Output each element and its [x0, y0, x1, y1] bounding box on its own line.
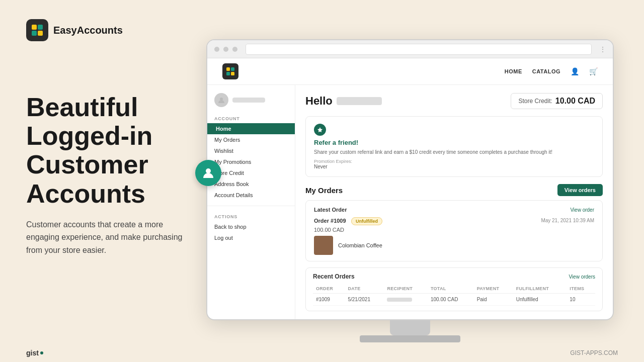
svg-rect-2: [32, 31, 37, 36]
sidebar-avatar-row: [207, 93, 295, 113]
my-orders-header: My Orders View orders: [305, 184, 603, 196]
main-content: Hello Store Credit: 10.00 CAD: [295, 85, 613, 319]
row-date: 5/21/2021: [345, 294, 384, 306]
site-nav: HOME CATALOG 👤 🛒: [505, 67, 598, 75]
sidebar-item-back-to-shop[interactable]: Back to shop: [207, 221, 295, 232]
col-items: ITEMS: [567, 284, 595, 294]
sidebar-item-my-promotions[interactable]: My Promotions: [207, 156, 295, 167]
orders-table: ORDER DATE RECIPIENT TOTAL PAYMENT FULFI…: [313, 284, 595, 306]
avatar: [214, 93, 228, 107]
nav-user-icon[interactable]: 👤: [571, 67, 579, 75]
referral-title: Refer a friend!: [314, 139, 594, 146]
col-date: DATE: [345, 284, 384, 294]
svg-rect-5: [226, 67, 230, 71]
order-num-status: Order #1009 Unfulfilled: [314, 216, 382, 225]
browser-icons: ⋮: [600, 46, 606, 53]
svg-rect-1: [38, 25, 43, 30]
referral-expiry-label: Promotion Expires:: [314, 159, 594, 164]
svg-point-4: [206, 168, 211, 173]
greeting: Hello: [305, 95, 382, 108]
col-total: TOTAL: [428, 284, 474, 294]
site-content: ACCOUNT Home My Orders Wishlist My Promo…: [207, 85, 613, 319]
recent-orders-card: Recent Orders View orders ORDER DATE REC…: [305, 267, 603, 311]
recent-orders-header: Recent Orders View orders: [313, 273, 595, 280]
app-name: EasyAccounts: [53, 25, 123, 36]
col-payment: PAYMENT: [474, 284, 513, 294]
view-order-link[interactable]: View order: [570, 207, 594, 213]
product-name: Colombian Coffee: [338, 242, 382, 248]
user-name-placeholder: [337, 97, 382, 105]
row-items: 10: [567, 294, 595, 306]
marketing-body: Customer accounts that create a more eng…: [26, 218, 197, 257]
row-fulfillment: Unfulfilled: [513, 294, 567, 306]
order-number: Order #1009: [314, 218, 346, 224]
site-header: HOME CATALOG 👤 🛒: [207, 58, 613, 85]
svg-rect-7: [226, 72, 230, 75]
gist-dot: [40, 351, 43, 354]
sidebar-item-home[interactable]: Home: [207, 123, 295, 134]
sidebar-account-label: ACCOUNT: [207, 113, 295, 123]
col-order: ORDER: [313, 284, 345, 294]
floating-avatar-button[interactable]: [195, 160, 221, 186]
svg-rect-6: [231, 67, 234, 71]
store-credit-amount: 10.00 CAD: [555, 97, 595, 106]
app-logo: EasyAccounts: [26, 19, 123, 41]
browser-dot-yellow: [223, 47, 228, 52]
referral-expiry-value: Never: [314, 164, 594, 169]
sidebar-actions-label: ACTIONS: [207, 211, 295, 221]
nav-cart-icon[interactable]: 🛒: [589, 67, 598, 75]
monitor-screen: ⋮ HOME CATALOG 👤 🛒: [206, 39, 614, 320]
url-bar[interactable]: [246, 44, 592, 55]
sidebar-item-address-book[interactable]: Address Book: [207, 178, 295, 190]
row-recipient: [384, 294, 428, 306]
product-thumbnail: [314, 236, 333, 255]
referral-card: Refer a friend! Share your custom referr…: [305, 116, 603, 177]
svg-rect-3: [38, 31, 43, 36]
logo-icon: [26, 19, 48, 41]
monitor-base: [360, 335, 460, 342]
store-credit-badge: Store Credit: 10.00 CAD: [511, 93, 603, 109]
order-total: 100.00 CAD: [314, 227, 594, 233]
referral-description: Share your custom referral link and earn…: [314, 148, 594, 156]
row-payment: Paid: [474, 294, 513, 306]
view-orders-link[interactable]: View orders: [569, 274, 595, 280]
bottom-bar: gist GIST-APPS.COM: [0, 344, 644, 362]
nav-catalog[interactable]: CATALOG: [532, 68, 560, 74]
sidebar-item-log-out[interactable]: Log out: [207, 232, 295, 243]
site-logo: [222, 63, 238, 79]
svg-rect-0: [32, 25, 37, 30]
col-recipient: RECIPIENT: [384, 284, 428, 294]
view-orders-button[interactable]: View orders: [557, 184, 603, 196]
sidebar-item-wishlist[interactable]: Wishlist: [207, 145, 295, 156]
sidebar-item-my-orders[interactable]: My Orders: [207, 134, 295, 145]
order-status-badge: Unfulfilled: [351, 217, 382, 225]
browser-chrome: ⋮: [207, 40, 613, 58]
row-total: 100.00 CAD: [428, 294, 474, 306]
svg-rect-8: [231, 72, 234, 75]
latest-order-label: Latest Order: [314, 207, 347, 213]
gist-logo-text: gist: [26, 349, 39, 357]
nav-home[interactable]: HOME: [505, 68, 522, 74]
sidebar-divider: [207, 206, 295, 206]
greeting-text: Hello: [305, 95, 333, 108]
gist-brand: gist: [26, 349, 43, 357]
table-row: #1009 5/21/2021 100.00 CAD Paid Unfulfil…: [313, 294, 595, 306]
latest-order-header: Latest Order View order: [314, 207, 594, 213]
browser-dot-red: [214, 47, 219, 52]
sidebar: ACCOUNT Home My Orders Wishlist My Promo…: [207, 85, 295, 319]
order-date: May 21, 2021 10:39 AM: [541, 218, 594, 223]
row-order: #1009: [313, 294, 345, 306]
order-product-row: Colombian Coffee: [314, 236, 594, 255]
col-fulfillment: FULFILLMENT: [513, 284, 567, 294]
store-credit-label: Store Credit:: [518, 98, 552, 105]
browser-dot-green: [232, 47, 237, 52]
monitor-stand: [390, 320, 430, 335]
my-orders-title: My Orders: [305, 186, 343, 195]
latest-order-card: Latest Order View order Order #1009 Unfu…: [305, 200, 603, 261]
marketing-headline: Beautiful Logged-in Customer Accounts: [26, 93, 197, 208]
order-meta-row: Order #1009 Unfulfilled May 21, 2021 10:…: [314, 216, 594, 225]
marketing-section: Beautiful Logged-in Customer Accounts Cu…: [26, 93, 197, 257]
sidebar-item-account-details[interactable]: Account Details: [207, 190, 295, 201]
footer-url: GIST-APPS.COM: [570, 349, 618, 356]
avatar-name-placeholder: [232, 98, 265, 103]
